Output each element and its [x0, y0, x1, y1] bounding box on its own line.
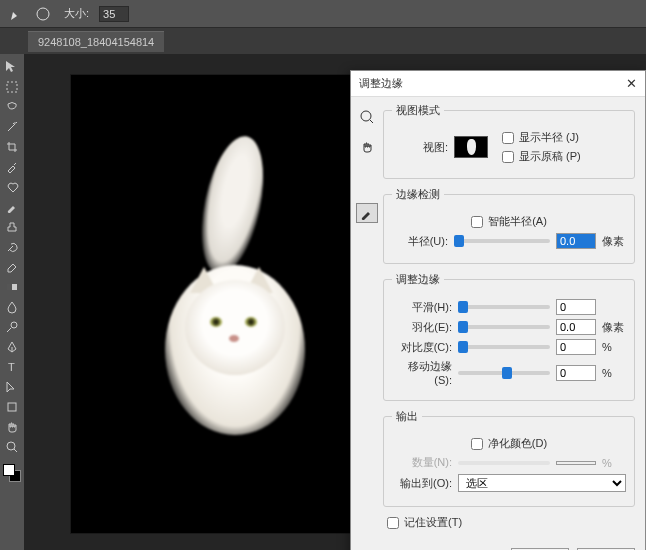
crop-tool-icon[interactable] — [2, 138, 22, 156]
svg-rect-1 — [7, 82, 17, 92]
refine-brush-icon[interactable] — [356, 203, 378, 223]
svg-point-8 — [361, 111, 371, 121]
feather-unit: 像素 — [602, 320, 626, 335]
zoom-icon[interactable] — [356, 107, 378, 127]
document-tabbar: 9248108_18404154814 — [0, 28, 646, 54]
pen-tool-icon[interactable] — [2, 338, 22, 356]
amount-label: 数量(N): — [392, 455, 452, 470]
view-label: 视图: — [392, 140, 448, 155]
output-to-select[interactable]: 选区 — [458, 474, 626, 492]
shift-unit: % — [602, 367, 626, 379]
refine-edge-dialog: 调整边缘 ✕ 视图模式 视图: 显示半径 (J) 显示原稿 (P) — [350, 70, 646, 550]
brush-tool-icon[interactable] — [2, 198, 22, 216]
svg-rect-6 — [8, 403, 16, 411]
svg-point-0 — [37, 8, 49, 20]
decontaminate-checkbox[interactable]: 净化颜色(D) — [471, 436, 547, 451]
smooth-label: 平滑(H): — [392, 300, 452, 315]
contrast-slider[interactable] — [458, 345, 550, 349]
shift-slider[interactable] — [458, 371, 550, 375]
contrast-unit: % — [602, 341, 626, 353]
output-to-label: 输出到(O): — [392, 476, 452, 491]
show-original-checkbox[interactable]: 显示原稿 (P) — [502, 149, 626, 164]
contrast-input[interactable]: 0 — [556, 339, 596, 355]
smooth-input[interactable]: 0 — [556, 299, 596, 315]
hand-icon[interactable] — [356, 137, 378, 157]
amount-input — [556, 461, 596, 465]
radius-label: 半径(U): — [392, 234, 448, 249]
feather-label: 羽化(E): — [392, 320, 452, 335]
color-swatch[interactable] — [3, 464, 21, 482]
eyedropper-tool-icon[interactable] — [2, 158, 22, 176]
remember-checkbox[interactable]: 记住设置(T) — [387, 515, 462, 530]
gradient-tool-icon[interactable] — [2, 278, 22, 296]
dialog-footer: 确定 复位 — [351, 540, 645, 550]
svg-point-4 — [11, 322, 17, 328]
history-brush-icon[interactable] — [2, 238, 22, 256]
shift-input[interactable]: 0 — [556, 365, 596, 381]
dialog-titlebar: 调整边缘 ✕ — [351, 71, 645, 97]
radius-input[interactable]: 0.0 — [556, 233, 596, 249]
view-thumbnail[interactable] — [454, 136, 488, 158]
lasso-tool-icon[interactable] — [2, 98, 22, 116]
edge-detection-legend: 边缘检测 — [392, 187, 444, 202]
eraser-tool-icon[interactable] — [2, 258, 22, 276]
tool-preset-icon[interactable] — [8, 5, 26, 23]
document-tab[interactable]: 9248108_18404154814 — [28, 31, 164, 52]
wand-tool-icon[interactable] — [2, 118, 22, 136]
adjust-edge-legend: 调整边缘 — [392, 272, 444, 287]
adjust-edge-group: 调整边缘 平滑(H): 0 羽化(E): 0.0 像素 对比度(C): 0 — [383, 272, 635, 401]
blur-tool-icon[interactable] — [2, 298, 22, 316]
zoom-tool-icon[interactable] — [2, 438, 22, 456]
size-label: 大小: — [64, 6, 89, 21]
output-group: 输出 净化颜色(D) 数量(N): % 输出到(O): 选区 — [383, 409, 635, 507]
type-tool-icon[interactable]: T — [2, 358, 22, 376]
view-mode-legend: 视图模式 — [392, 103, 444, 118]
dodge-tool-icon[interactable] — [2, 318, 22, 336]
marquee-tool-icon[interactable] — [2, 78, 22, 96]
view-mode-group: 视图模式 视图: 显示半径 (J) 显示原稿 (P) — [383, 103, 635, 179]
svg-text:T: T — [8, 361, 15, 373]
close-icon[interactable]: ✕ — [626, 76, 637, 91]
shift-label: 移动边缘(S): — [392, 359, 452, 386]
amount-unit: % — [602, 457, 626, 469]
feather-input[interactable]: 0.0 — [556, 319, 596, 335]
smart-radius-checkbox[interactable]: 智能半径(A) — [471, 214, 547, 229]
move-tool-icon[interactable] — [2, 58, 22, 76]
options-bar: 大小: — [0, 0, 646, 28]
radius-unit: 像素 — [602, 234, 626, 249]
image-subject — [135, 185, 335, 465]
feather-slider[interactable] — [458, 325, 550, 329]
radius-slider[interactable] — [454, 239, 550, 243]
stamp-tool-icon[interactable] — [2, 218, 22, 236]
path-tool-icon[interactable] — [2, 378, 22, 396]
output-legend: 输出 — [392, 409, 422, 424]
hand-tool-icon[interactable] — [2, 418, 22, 436]
dialog-title: 调整边缘 — [359, 76, 403, 91]
dialog-toolstrip — [351, 97, 383, 540]
shape-tool-icon[interactable] — [2, 398, 22, 416]
show-radius-checkbox[interactable]: 显示半径 (J) — [502, 130, 626, 145]
svg-rect-3 — [7, 284, 12, 290]
amount-slider — [458, 461, 550, 465]
smooth-slider[interactable] — [458, 305, 550, 309]
svg-point-7 — [7, 442, 15, 450]
tools-panel: T — [0, 54, 24, 550]
brush-preview-icon[interactable] — [36, 5, 54, 23]
contrast-label: 对比度(C): — [392, 340, 452, 355]
size-input[interactable] — [99, 6, 129, 22]
healing-tool-icon[interactable] — [2, 178, 22, 196]
edge-detection-group: 边缘检测 智能半径(A) 半径(U): 0.0 像素 — [383, 187, 635, 264]
